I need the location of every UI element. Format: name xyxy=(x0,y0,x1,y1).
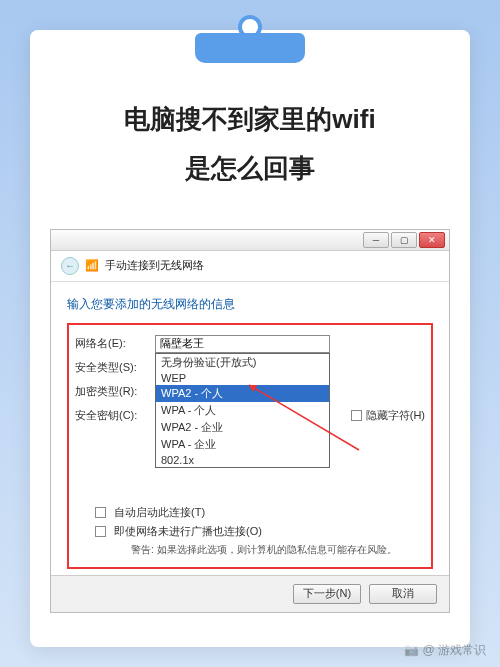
network-icon: 📶 xyxy=(85,259,99,272)
dropdown-option[interactable]: WPA2 - 个人 xyxy=(156,385,329,402)
minimize-button[interactable]: ─ xyxy=(363,232,389,248)
security-dropdown[interactable]: 无身份验证(开放式)WEPWPA2 - 个人WPA - 个人WPA2 - 企业W… xyxy=(155,353,330,468)
dropdown-option[interactable]: 无身份验证(开放式) xyxy=(156,354,329,371)
auto-connect-checkbox[interactable] xyxy=(95,507,106,518)
cancel-button[interactable]: 取消 xyxy=(369,584,437,604)
dropdown-option[interactable]: 802.1x xyxy=(156,453,329,467)
label-hide-chars: 隐藏字符(H) xyxy=(366,408,425,423)
breadcrumb: ← 📶 手动连接到无线网络 xyxy=(51,251,449,282)
section-title: 输入您要添加的无线网络的信息 xyxy=(67,296,433,313)
hide-chars-checkbox[interactable] xyxy=(351,410,362,421)
dropdown-option[interactable]: WEP xyxy=(156,371,329,385)
network-name-input[interactable] xyxy=(155,335,330,353)
dialog-window: ─ ▢ ✕ ← 📶 手动连接到无线网络 输入您要添加的无线网络的信息 网络名(E… xyxy=(50,229,450,613)
clipboard-card: 电脑搜不到家里的wifi 是怎么回事 ─ ▢ ✕ ← 📶 手动连接到无线网络 输… xyxy=(30,30,470,647)
close-button[interactable]: ✕ xyxy=(419,232,445,248)
label-encryption-type: 加密类型(R): xyxy=(75,384,147,399)
label-security-type: 安全类型(S): xyxy=(75,360,147,375)
maximize-button[interactable]: ▢ xyxy=(391,232,417,248)
label-security-key: 安全密钥(C): xyxy=(75,408,147,423)
back-icon[interactable]: ← xyxy=(61,257,79,275)
dialog-footer: 下一步(N) 取消 xyxy=(51,575,449,612)
label-broadcast: 即使网络未进行广播也连接(O) xyxy=(114,524,262,539)
titlebar: ─ ▢ ✕ xyxy=(51,230,449,251)
headline-line1: 电脑搜不到家里的wifi xyxy=(50,95,450,144)
watermark: 📷 @ 游戏常识 xyxy=(404,642,486,659)
broadcast-checkbox[interactable] xyxy=(95,526,106,537)
content-area: 输入您要添加的无线网络的信息 网络名(E): 安全类型(S): [选择一个选项]… xyxy=(51,282,449,575)
dropdown-option[interactable]: WPA - 企业 xyxy=(156,436,329,453)
breadcrumb-title: 手动连接到无线网络 xyxy=(105,258,204,273)
warning-text: 警告: 如果选择此选项，则计算机的隐私信息可能存在风险。 xyxy=(131,543,425,557)
label-auto-connect: 自动启动此连接(T) xyxy=(114,505,205,520)
highlighted-region: 网络名(E): 安全类型(S): [选择一个选项] ▼ 无身份验证(开放式)WE… xyxy=(67,323,433,569)
dropdown-option[interactable]: WPA2 - 企业 xyxy=(156,419,329,436)
headline-line2: 是怎么回事 xyxy=(50,144,450,193)
label-network-name: 网络名(E): xyxy=(75,336,147,351)
next-button[interactable]: 下一步(N) xyxy=(293,584,361,604)
dropdown-option[interactable]: WPA - 个人 xyxy=(156,402,329,419)
clipboard-clip xyxy=(195,15,305,65)
